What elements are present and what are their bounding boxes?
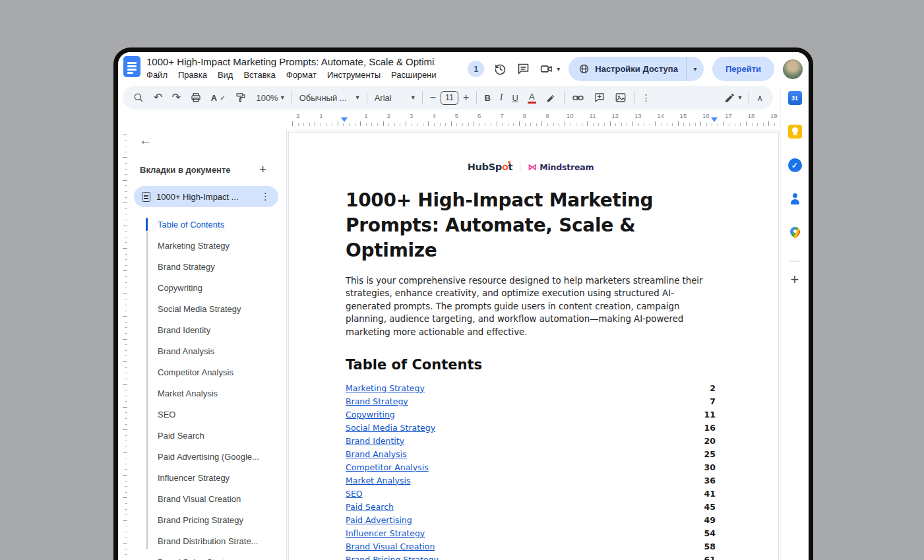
calendar-icon[interactable]: 31 [788, 91, 802, 105]
toc-page-number: 7 [710, 396, 716, 406]
vertical-ruler[interactable] [118, 129, 129, 560]
outline-item[interactable]: Brand Pricing Strategy [129, 509, 286, 530]
outline-item[interactable]: Competitor Analysis [129, 361, 286, 383]
toc-link[interactable]: Copywriting [346, 410, 395, 420]
paint-format-button[interactable] [230, 88, 251, 107]
outline-item[interactable]: Paid Search [129, 425, 286, 446]
outline-item[interactable]: Influencer Strategy [129, 467, 286, 488]
outline-item-label: Table of Contents [158, 220, 231, 230]
right-indent-marker[interactable] [711, 117, 718, 122]
outline-item[interactable]: Brand Identity [129, 319, 286, 340]
font-select[interactable]: Arial▾ [370, 88, 419, 107]
outline-item[interactable]: Table of Contents [129, 214, 286, 235]
meet-button[interactable]: ▾ [539, 62, 560, 77]
collapse-sidebar-button[interactable]: ← [139, 133, 152, 148]
keep-icon[interactable] [788, 125, 802, 139]
increase-font-size-button[interactable]: + [458, 88, 474, 107]
menu-item[interactable]: Вид [218, 70, 233, 80]
decrease-font-size-button[interactable]: − [425, 88, 441, 107]
paragraph-style-select[interactable]: Обычный ...▾ [295, 88, 364, 107]
underline-button[interactable]: U [507, 88, 522, 107]
toc-page-number: 45 [704, 502, 716, 512]
heading-line: 1000+ High-Impact Marketing [346, 188, 716, 213]
outline-item[interactable]: Paid Advertising (Google... [129, 446, 286, 467]
version-history-icon[interactable] [493, 62, 507, 77]
contacts-icon[interactable] [788, 192, 802, 206]
redo-button[interactable]: ↷ [167, 88, 185, 107]
outline-item[interactable]: Brand Analysis [129, 340, 286, 361]
get-addons-button[interactable]: + [791, 272, 799, 287]
undo-button[interactable]: ↶ [149, 88, 167, 107]
document-title[interactable]: 1000+ High-Impact Marketing Prompts: Aut… [146, 56, 435, 67]
viewers-badge[interactable]: 1 [468, 61, 484, 77]
spellcheck-button[interactable]: A✓ [206, 88, 231, 107]
italic-button[interactable]: I [495, 88, 508, 107]
toc-link[interactable]: Brand Visual Creation [346, 542, 435, 551]
tab-document-icon [142, 192, 150, 202]
text-color-button[interactable]: A [523, 88, 541, 107]
maps-icon[interactable] [788, 226, 802, 239]
zoom-select[interactable]: 100%▾ [251, 88, 288, 107]
toc-link[interactable]: Competitor Analysis [346, 462, 429, 472]
toc-link[interactable]: Paid Advertising [346, 515, 412, 525]
highlight-color-button[interactable] [541, 88, 561, 107]
tab-options-icon[interactable]: ⋮ [261, 191, 270, 202]
chevron-down-icon: ▾ [738, 94, 741, 101]
outline-item[interactable]: Market Analysis [129, 383, 286, 404]
hide-menus-button[interactable]: ∧ [752, 88, 768, 107]
horizontal-ruler[interactable]: 21 12345678910111213141516171819 [292, 111, 778, 129]
toc-page-number: 58 [704, 542, 716, 551]
insert-image-button[interactable] [610, 88, 631, 107]
left-indent-marker[interactable] [341, 117, 348, 122]
hubspot-logo: HubSpot [468, 162, 512, 172]
print-button[interactable] [185, 88, 206, 107]
outline-item[interactable]: Marketing Strategy [129, 235, 286, 256]
font-size-input[interactable]: 11 [441, 91, 458, 105]
menu-item[interactable]: Вставка [243, 70, 275, 80]
outline-item-label: Brand Visual Creation [158, 494, 247, 504]
outline-item[interactable]: Brand Visual Creation [129, 488, 286, 509]
outline-item[interactable]: SEO [129, 404, 286, 425]
toc-link[interactable]: Brand Pricing Strategy [346, 555, 439, 560]
tab-label: 1000+ High-Impact ... [156, 192, 255, 202]
outline-item[interactable]: Brand Strategy [129, 256, 286, 277]
outline-item[interactable]: Brand Distribution Strate... [129, 530, 286, 551]
menu-item[interactable]: Расширени [391, 70, 437, 80]
active-document-tab[interactable]: 1000+ High-Impact ... ⋮ [134, 186, 278, 207]
bold-button[interactable]: B [479, 88, 495, 107]
add-comment-button[interactable] [589, 88, 610, 107]
toc-link[interactable]: Brand Identity [346, 436, 404, 446]
search-button[interactable] [128, 88, 149, 107]
toc-link[interactable]: Market Analysis [346, 476, 410, 485]
toc-link[interactable]: Influencer Strategy [346, 528, 425, 538]
more-options-button[interactable]: ⋮ [637, 88, 656, 107]
outline-item-label: Brand Distribution Strate... [158, 536, 264, 546]
menu-item[interactable]: Формат [286, 70, 317, 80]
document-page[interactable]: HubSpot ⋈ Mindstream 1000+ High-Impact M… [288, 132, 779, 560]
toc-link[interactable]: SEO [346, 489, 363, 499]
toc-link[interactable]: Brand Analysis [346, 449, 407, 459]
insert-link-button[interactable] [567, 88, 589, 107]
editing-mode-select[interactable]: ▾ [720, 88, 746, 107]
tasks-icon[interactable]: ✓ [788, 158, 802, 172]
menu-item[interactable]: Правка [178, 70, 207, 80]
avatar[interactable] [783, 59, 803, 79]
go-button[interactable]: Перейти [712, 57, 774, 81]
toc-link[interactable]: Brand Strategy [346, 396, 408, 406]
share-dropdown[interactable]: ▾ [686, 57, 704, 81]
outline-item[interactable]: Brand Sales Strategy [129, 551, 286, 560]
chevron-down-icon: ▾ [281, 94, 284, 101]
toc-page-number: 61 [704, 555, 716, 560]
toc-link[interactable]: Marketing Strategy [346, 383, 425, 393]
share-button[interactable]: Настройки Доступа ▾ [569, 57, 704, 81]
menu-item[interactable]: Файл [146, 70, 168, 80]
google-docs-icon[interactable] [123, 56, 140, 77]
outline-item[interactable]: Copywriting [129, 277, 286, 298]
add-tab-button[interactable]: + [259, 162, 266, 177]
menu-item[interactable]: Инструменты [327, 70, 381, 80]
comments-icon[interactable] [516, 62, 530, 77]
outline-item[interactable]: Social Media Strategy [129, 298, 286, 319]
toc-link[interactable]: Social Media Strategy [346, 423, 435, 433]
toc-page-number: 41 [704, 489, 716, 499]
toc-link[interactable]: Paid Search [346, 502, 394, 512]
